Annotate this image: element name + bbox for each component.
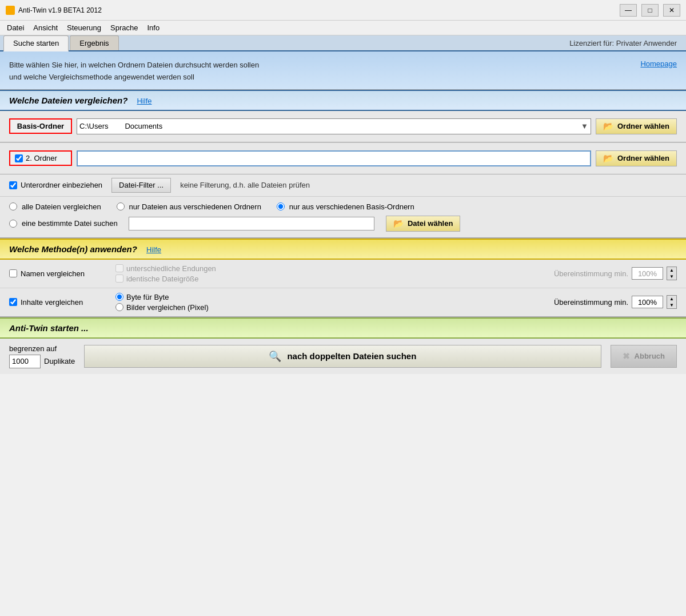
byte-label: Byte für Byte: [126, 293, 169, 301]
abort-button: ✖ Abbruch: [611, 345, 677, 368]
namen-vergleichen-checkbox[interactable]: [9, 269, 17, 277]
search-btn-label: nach doppelten Dateien suchen: [287, 351, 416, 361]
start-section: begrenzen auf Duplikate 🔍 nach doppelten…: [0, 339, 686, 374]
license-text: Lizenziert für: Privater Anwender: [569, 39, 683, 47]
maximize-button[interactable]: □: [641, 4, 659, 17]
tab-suche-starten[interactable]: Suche starten: [3, 35, 69, 51]
inhalte-vergleichen-label: Inhalte vergleichen: [21, 298, 83, 307]
limit-group: begrenzen auf Duplikate: [9, 344, 75, 368]
name-match-label: Übereinstimmung min.: [554, 269, 628, 278]
ordner2-row: 2. Ordner 📂 Ordner wählen: [9, 148, 677, 169]
basis-ordner-btn[interactable]: 📂 Ordner wählen: [596, 118, 677, 134]
name-opt2: identische Dateigröße: [115, 275, 216, 283]
content-opt1: Byte für Byte: [115, 293, 209, 301]
app-title: Anti-Twin v1.9 BETA1 2012: [18, 6, 102, 14]
dateigroesse-checkbox: [115, 275, 123, 283]
content-match-input[interactable]: [632, 296, 663, 308]
filter-btn[interactable]: Datei-Filter ...: [111, 178, 171, 193]
tabbar: Suche starten Ergebnis Lizenziert für: P…: [0, 35, 686, 51]
search-button[interactable]: 🔍 nach doppelten Dateien suchen: [84, 345, 601, 368]
inhalte-vergleichen-checkbox[interactable]: [9, 298, 17, 306]
name-opt1: unterschiedliche Endungen: [115, 264, 216, 273]
radio-alle-label: alle Dateien vergleichen: [22, 202, 101, 211]
tab-ergebnis[interactable]: Ergebnis: [70, 35, 118, 50]
menubar: Datei Ansicht Steuerung Sprache Info: [0, 21, 686, 35]
limit-label: begrenzen auf: [9, 344, 75, 353]
name-spinner-up: ▲: [667, 267, 676, 273]
pixel-radio[interactable]: [115, 303, 123, 311]
basis-ordner-row: Basis-Ordner C:\Users Documents ▼ 📂 Ordn…: [9, 116, 677, 137]
method-content-row: Inhalte vergleichen Byte für Byte Bilder…: [0, 288, 686, 316]
folder-icon-3: 📂: [393, 218, 404, 229]
section1-hilfe-link[interactable]: Hilfe: [137, 97, 151, 105]
method-name-options: unterschiedliche Endungen identische Dat…: [115, 264, 216, 283]
abort-btn-label: Abbruch: [635, 352, 665, 360]
basis-ordner-section: Basis-Ordner C:\Users Documents ▼ 📂 Ordn…: [0, 111, 686, 142]
endungen-label: unterschiedliche Endungen: [126, 264, 216, 273]
ordner2-btn[interactable]: 📂 Ordner wählen: [596, 150, 677, 166]
unterordner-checkbox[interactable]: [9, 181, 17, 189]
abort-icon: ✖: [623, 351, 630, 361]
intro-line1: Bitte wählen Sie hier, in welchen Ordner…: [9, 59, 259, 71]
section2-header: Welche Methode(n) anwenden? Hilfe: [0, 239, 686, 260]
app-icon: [6, 6, 15, 15]
menu-sprache[interactable]: Sprache: [106, 22, 142, 34]
intro-text: Bitte wählen Sie hier, in welchen Ordner…: [9, 59, 259, 84]
method-content-options: Byte für Byte Bilder vergleichen (Pixel): [115, 293, 209, 312]
duplicates-label: Duplikate: [44, 357, 75, 365]
intro-section: Bitte wählen Sie hier, in welchen Ordner…: [0, 51, 686, 90]
method-name-row: Namen vergleichen unterschiedliche Endun…: [0, 260, 686, 288]
radio-alle-dateien[interactable]: [9, 202, 17, 210]
endungen-checkbox: [115, 264, 123, 272]
section3-title: Anti-Twin starten ...: [9, 323, 89, 333]
ordner2-btn-label: Ordner wählen: [617, 154, 669, 162]
radio-verschiedene-ordner[interactable]: [117, 202, 125, 210]
content-match-label: Übereinstimmung min.: [554, 298, 628, 307]
close-button[interactable]: ✕: [663, 4, 680, 17]
folder-icon-2: 📂: [603, 153, 614, 164]
content-spinner-down[interactable]: ▼: [667, 302, 676, 308]
dateigroesse-label: identische Dateigröße: [126, 275, 198, 283]
section1-header: Welche Dateien vergleichen? Hilfe: [0, 90, 686, 111]
datei-waehlen-btn[interactable]: 📂 Datei wählen: [386, 216, 460, 232]
content-match: Übereinstimmung min. ▲ ▼: [554, 295, 677, 309]
search-icon: 🔍: [269, 350, 281, 363]
minimize-button[interactable]: —: [620, 4, 637, 17]
name-match-input: [632, 267, 663, 280]
basis-ordner-label: Basis-Ordner: [9, 118, 72, 134]
ordner2-label: 2. Ordner: [9, 150, 72, 166]
menu-steuerung[interactable]: Steuerung: [62, 22, 106, 34]
bestimmte-datei-input[interactable]: [129, 217, 374, 230]
name-match: Übereinstimmung min. ▲ ▼: [554, 267, 677, 280]
byte-radio[interactable]: [115, 293, 123, 301]
radio-bestimmte-datei[interactable]: [9, 220, 17, 228]
combobox-path: C:\Users Documents: [79, 122, 581, 130]
ordner2-input[interactable]: [77, 150, 591, 166]
section1-title: Welche Dateien vergleichen?: [9, 96, 127, 105]
homepage-link[interactable]: Homepage: [629, 59, 677, 68]
method-name-label: Namen vergleichen: [9, 269, 106, 278]
ordner2-checkbox[interactable]: [15, 154, 23, 162]
menu-datei[interactable]: Datei: [2, 22, 29, 34]
basis-ordner-combobox[interactable]: C:\Users Documents ▼: [77, 118, 591, 134]
folder-icon: 📂: [603, 121, 614, 132]
menu-info[interactable]: Info: [142, 22, 164, 34]
namen-vergleichen-label: Namen vergleichen: [21, 269, 85, 278]
pixel-label: Bilder vergleichen (Pixel): [126, 303, 209, 312]
radio-verschiedene-basis[interactable]: [277, 202, 285, 210]
section2-title: Welche Methode(n) anwenden?: [9, 244, 137, 254]
section2-hilfe-link[interactable]: Hilfe: [146, 245, 161, 254]
content-opt2: Bilder vergleichen (Pixel): [115, 303, 209, 312]
content-spinner[interactable]: ▲ ▼: [667, 295, 677, 309]
menu-ansicht[interactable]: Ansicht: [29, 22, 62, 34]
limit-input[interactable]: [9, 355, 41, 368]
combobox-arrow-icon: ▼: [581, 122, 588, 130]
radio-bestimmte-label: eine bestimmte Datei suchen: [22, 219, 118, 228]
method-section: Namen vergleichen unterschiedliche Endun…: [0, 260, 686, 317]
basis-ordner-btn-label: Ordner wählen: [617, 122, 669, 130]
content-spinner-up[interactable]: ▲: [667, 296, 676, 302]
radio-row-1: alle Dateien vergleichen nur Dateien aus…: [9, 200, 677, 213]
titlebar: Anti-Twin v1.9 BETA1 2012 — □ ✕: [0, 0, 686, 21]
filter-row: Unterordner einbeziehen Datei-Filter ...…: [0, 174, 686, 197]
titlebar-controls: — □ ✕: [620, 4, 680, 17]
